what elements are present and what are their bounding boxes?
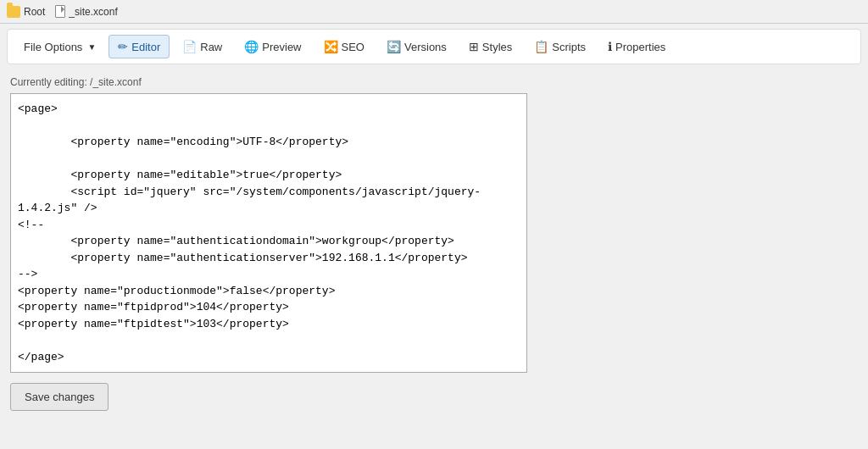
folder-icon bbox=[7, 6, 20, 18]
root-link[interactable]: Root bbox=[7, 6, 45, 18]
scripts-icon: 📋 bbox=[534, 40, 548, 53]
save-changes-button[interactable]: Save changes bbox=[10, 383, 108, 411]
pencil-icon: ✏ bbox=[118, 40, 128, 53]
title-bar: Root _site.xconf bbox=[0, 0, 868, 24]
root-label: Root bbox=[24, 6, 45, 18]
editor-container bbox=[10, 93, 527, 373]
seo-label: SEO bbox=[342, 41, 364, 53]
scripts-button[interactable]: 📋 Scripts bbox=[525, 35, 595, 58]
properties-button[interactable]: ℹ Properties bbox=[598, 35, 675, 58]
styles-button[interactable]: ⊞ Styles bbox=[459, 35, 521, 58]
versions-icon: 🔄 bbox=[387, 40, 401, 53]
preview-button[interactable]: 🌐 Preview bbox=[235, 35, 310, 58]
editor-textarea[interactable] bbox=[11, 94, 526, 372]
save-changes-label: Save changes bbox=[25, 391, 94, 403]
file-label: _site.xconf bbox=[69, 6, 117, 18]
globe-icon: 🌐 bbox=[244, 40, 259, 53]
raw-button[interactable]: 📄 Raw bbox=[173, 35, 231, 58]
preview-label: Preview bbox=[262, 41, 301, 53]
file-options-button[interactable]: File Options ▼ bbox=[14, 36, 105, 58]
editor-button[interactable]: ✏ Editor bbox=[108, 35, 170, 58]
seo-button[interactable]: 🔀 SEO bbox=[314, 35, 374, 58]
editing-label: Currently editing: /_site.xconf bbox=[10, 76, 858, 88]
seo-icon: 🔀 bbox=[324, 40, 338, 53]
document-icon: 📄 bbox=[182, 40, 197, 53]
styles-label: Styles bbox=[482, 41, 512, 53]
file-options-label: File Options bbox=[24, 41, 82, 53]
toolbar: File Options ▼ ✏ Editor 📄 Raw 🌐 Preview … bbox=[7, 29, 861, 64]
styles-icon: ⊞ bbox=[469, 40, 479, 53]
dropdown-arrow-icon: ▼ bbox=[87, 42, 96, 52]
versions-button[interactable]: 🔄 Versions bbox=[377, 35, 456, 58]
info-icon: ℹ bbox=[608, 40, 612, 53]
editor-label: Editor bbox=[131, 41, 160, 53]
versions-label: Versions bbox=[404, 41, 447, 53]
main-content: Currently editing: /_site.xconf Save cha… bbox=[0, 69, 868, 418]
file-link[interactable]: _site.xconf bbox=[55, 5, 117, 18]
scripts-label: Scripts bbox=[552, 41, 586, 53]
file-icon bbox=[55, 5, 65, 18]
raw-label: Raw bbox=[200, 41, 222, 53]
properties-label: Properties bbox=[615, 41, 665, 53]
